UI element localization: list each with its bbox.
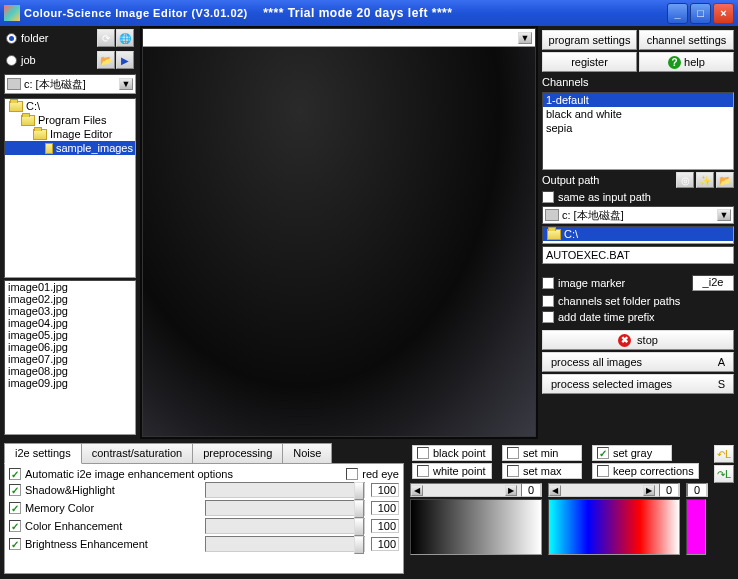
memory-color-value[interactable]: 100 [371, 501, 399, 515]
gradient-luminance[interactable] [410, 499, 542, 555]
shadow-highlight-label: Shadow&Highlight [25, 484, 115, 496]
folder-tree[interactable]: C:\ Program Files Image Editor sample_im… [4, 98, 136, 278]
color-enhancement-slider[interactable] [205, 518, 365, 534]
add-date-checkbox[interactable] [542, 311, 554, 323]
hue-slider[interactable]: ◀▶0 [548, 483, 680, 497]
stop-icon: ✖ [618, 334, 631, 347]
gradient-hue[interactable] [548, 499, 680, 555]
tree-item[interactable]: Program Files [5, 113, 135, 127]
app-icon [4, 5, 20, 21]
brightness-enhancement-value[interactable]: 100 [371, 537, 399, 551]
black-point-checkbox[interactable] [417, 447, 429, 459]
memory-color-checkbox[interactable] [9, 502, 21, 514]
tab-noise[interactable]: Noise [282, 443, 332, 464]
image-marker-checkbox[interactable] [542, 277, 554, 289]
tree-item-selected[interactable]: sample_images [5, 141, 135, 155]
image-marker-label: image marker [558, 277, 625, 289]
color-enhancement-checkbox[interactable] [9, 520, 21, 532]
brightness-slider[interactable]: ◀▶0 [410, 483, 542, 497]
output-file-field[interactable]: AUTOEXEC.BAT [542, 246, 734, 264]
list-item[interactable]: image01.jpg [5, 281, 135, 293]
maximize-button[interactable]: □ [690, 3, 711, 24]
list-item[interactable]: image06.jpg [5, 341, 135, 353]
folder-icon [45, 143, 53, 154]
shadow-highlight-slider[interactable] [205, 482, 365, 498]
process-selected-button[interactable]: process selected imagesS [542, 374, 734, 394]
right-panel: program settings channel settings regist… [538, 26, 738, 439]
program-settings-button[interactable]: program settings [542, 30, 637, 50]
register-button[interactable]: register [542, 52, 637, 72]
globe-icon[interactable]: 🌐 [116, 29, 134, 47]
shortcut-key: S [718, 378, 725, 390]
brightness-enhancement-slider[interactable] [205, 536, 365, 552]
chevron-down-icon[interactable]: ▼ [518, 32, 532, 44]
job-radio[interactable] [6, 55, 17, 66]
shadow-highlight-checkbox[interactable] [9, 484, 21, 496]
stop-button[interactable]: ✖stop [542, 330, 734, 350]
process-all-button[interactable]: process all imagesA [542, 352, 734, 372]
channel-item[interactable]: sepia [543, 121, 733, 135]
channel-item-selected[interactable]: 1-default [543, 93, 733, 107]
red-eye-label: red eye [362, 468, 399, 480]
close-button[interactable]: × [713, 3, 734, 24]
preview-combo[interactable]: ▼ [143, 29, 535, 47]
open-icon[interactable]: 📂 [97, 51, 115, 69]
channel-item[interactable]: black and white [543, 107, 733, 121]
color-enhancement-label: Color Enhancement [25, 520, 122, 532]
sat-slider[interactable]: 0 [686, 483, 708, 497]
keep-corrections-checkbox[interactable] [597, 465, 609, 477]
list-item[interactable]: image05.jpg [5, 329, 135, 341]
drive-icon [7, 78, 21, 90]
set-max-checkbox[interactable] [507, 465, 519, 477]
drive-icon [545, 209, 559, 221]
output-drive-combo[interactable]: c: [本地磁盘]▼ [542, 206, 734, 224]
image-marker-input[interactable]: _i2e [692, 275, 734, 291]
tab-contrast-saturation[interactable]: contrast/saturation [81, 443, 194, 464]
channels-set-checkbox[interactable] [542, 295, 554, 307]
help-icon: ? [668, 56, 681, 69]
minimize-button[interactable]: _ [667, 3, 688, 24]
channels-list[interactable]: 1-default black and white sepia [542, 92, 734, 170]
brightness-enhancement-checkbox[interactable] [9, 538, 21, 550]
channel-settings-button[interactable]: channel settings [639, 30, 734, 50]
drive-label: c: [本地磁盘] [24, 77, 86, 92]
white-point-label: white point [433, 465, 486, 477]
tree-item[interactable]: Image Editor [5, 127, 135, 141]
play-icon[interactable]: ▶ [116, 51, 134, 69]
memory-color-slider[interactable] [205, 500, 365, 516]
drive-combo[interactable]: c: [本地磁盘] ▼ [4, 74, 136, 94]
chevron-down-icon[interactable]: ▼ [119, 78, 133, 90]
set-min-checkbox[interactable] [507, 447, 519, 459]
tab-preprocessing[interactable]: preprocessing [192, 443, 283, 464]
same-as-input-checkbox[interactable] [542, 191, 554, 203]
list-item[interactable]: image07.jpg [5, 353, 135, 365]
shadow-highlight-value[interactable]: 100 [371, 483, 399, 497]
file-list[interactable]: image01.jpg image02.jpg image03.jpg imag… [4, 280, 136, 435]
list-item[interactable]: image03.jpg [5, 305, 135, 317]
undo-button[interactable]: ↶L [714, 445, 734, 463]
new-folder-icon[interactable]: ✨ [696, 172, 714, 188]
list-item[interactable]: image08.jpg [5, 365, 135, 377]
gradient-saturation[interactable] [686, 499, 706, 555]
list-item[interactable]: image04.jpg [5, 317, 135, 329]
browse-folder-icon[interactable]: 📂 [716, 172, 734, 188]
red-eye-checkbox[interactable] [346, 468, 358, 480]
set-max-label: set max [523, 465, 562, 477]
folder-radio[interactable] [6, 33, 17, 44]
white-point-checkbox[interactable] [417, 465, 429, 477]
set-min-label: set min [523, 447, 558, 459]
output-folder-tree[interactable]: C:\ [542, 226, 734, 244]
color-enhancement-value[interactable]: 100 [371, 519, 399, 533]
list-item[interactable]: image02.jpg [5, 293, 135, 305]
list-item[interactable]: image09.jpg [5, 377, 135, 389]
tab-i2e-settings[interactable]: i2e settings [4, 443, 82, 464]
set-gray-checkbox[interactable] [597, 447, 609, 459]
refresh-icon[interactable]: ⟳ [97, 29, 115, 47]
chevron-down-icon[interactable]: ▼ [717, 209, 731, 221]
help-button[interactable]: ?help [639, 52, 734, 72]
redo-button[interactable]: ↷L [714, 465, 734, 483]
auto-i2e-checkbox[interactable] [9, 468, 21, 480]
tree-item[interactable]: C:\ [5, 99, 135, 113]
titlebar: Colour-Science Image Editor (V3.01.02) *… [0, 0, 738, 26]
target-icon[interactable]: ◎ [676, 172, 694, 188]
